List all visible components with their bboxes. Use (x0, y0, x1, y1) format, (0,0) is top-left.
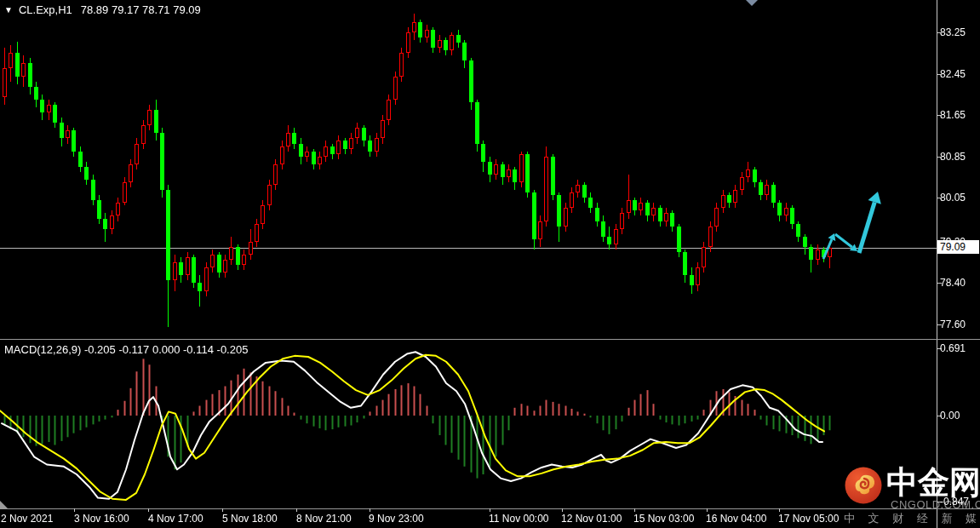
time-axis-label: 12 Nov 01:00 (561, 513, 622, 525)
macd-axis-label: -0.847 (940, 496, 969, 508)
price-axis-tick (937, 32, 942, 33)
time-axis-tick (707, 508, 708, 512)
trend-arrow-3[interactable] (859, 192, 878, 253)
time-axis-tick (370, 508, 370, 512)
time-axis-label: 3 Nov 16:00 (74, 513, 129, 525)
watermark-tagline-text: 中 文 财 经 新 媒 体 (844, 511, 980, 526)
macd-axis-label: 0.00 (940, 410, 960, 422)
time-axis-label: 17 Nov 05:00 (778, 513, 839, 525)
time-axis-tick (74, 508, 75, 512)
mt4-chart-window: ▼CL.Exp,H178.89 79.17 78.71 79.09 MACD(1… (0, 0, 980, 528)
symbol-title: ▼CL.Exp,H178.89 79.17 78.71 79.09 (4, 3, 201, 16)
price-axis-label: 78.40 (940, 277, 966, 289)
time-axis-label: 2 Nov 2021 (1, 513, 53, 525)
macd-axis-label: 0.691 (940, 342, 966, 354)
price-axis-tick (937, 157, 942, 158)
price-axis-label: 80.05 (940, 192, 966, 204)
current-price-tag: 79.09 (937, 240, 979, 254)
collapse-indicator-icon[interactable]: ▼ (4, 3, 13, 16)
time-axis-tick (562, 508, 563, 512)
panel-separator-main-macd[interactable] (0, 339, 980, 340)
time-axis-tick (779, 508, 780, 512)
chart-shift-marker-icon[interactable] (746, 0, 758, 6)
time-axis-tick (148, 508, 149, 512)
ohlc-values: 78.89 79.17 78.71 79.09 (81, 3, 201, 16)
price-chart-canvas[interactable] (0, 0, 980, 528)
time-axis-tick (296, 508, 297, 512)
time-axis-label: 11 Nov 00:00 (489, 513, 549, 525)
macd-indicator-label: MACD(12,26,9) -0.205 -0.117 0.000 -0.114… (4, 343, 248, 356)
trend-arrow-1[interactable] (823, 233, 834, 259)
price-axis-label: 83.25 (940, 26, 966, 38)
price-axis-tick (937, 324, 942, 325)
time-axis-tick (634, 508, 635, 512)
price-axis-label: 80.85 (940, 151, 966, 163)
panel-corner-grip-icon (0, 501, 8, 508)
axis-border (937, 0, 937, 528)
time-axis-tick (490, 508, 490, 512)
price-axis-tick (937, 115, 942, 116)
time-axis-label: 4 Nov 17:00 (148, 513, 203, 525)
cngold-logo-icon (845, 467, 882, 504)
symbol-label: CL.Exp,H1 (19, 3, 72, 16)
price-axis-tick (937, 74, 942, 75)
price-axis-label: 77.60 (940, 319, 966, 330)
time-axis-label: 8 Nov 21:00 (296, 513, 352, 525)
price-axis-label: 81.65 (940, 109, 966, 121)
price-axis-tick (937, 283, 942, 284)
time-axis-label: 15 Nov 03:00 (633, 513, 694, 525)
time-axis-label: 9 Nov 23:00 (369, 513, 424, 525)
price-axis-label: 82.45 (940, 68, 966, 80)
time-axis-tick (222, 508, 223, 512)
price-axis-tick (937, 198, 942, 198)
time-axis-label: 5 Nov 18:00 (222, 513, 278, 525)
trend-arrow-2[interactable] (835, 234, 857, 251)
watermark-brand-text: 中金网 (886, 466, 980, 500)
time-axis-label: 16 Nov 04:00 (706, 513, 766, 525)
